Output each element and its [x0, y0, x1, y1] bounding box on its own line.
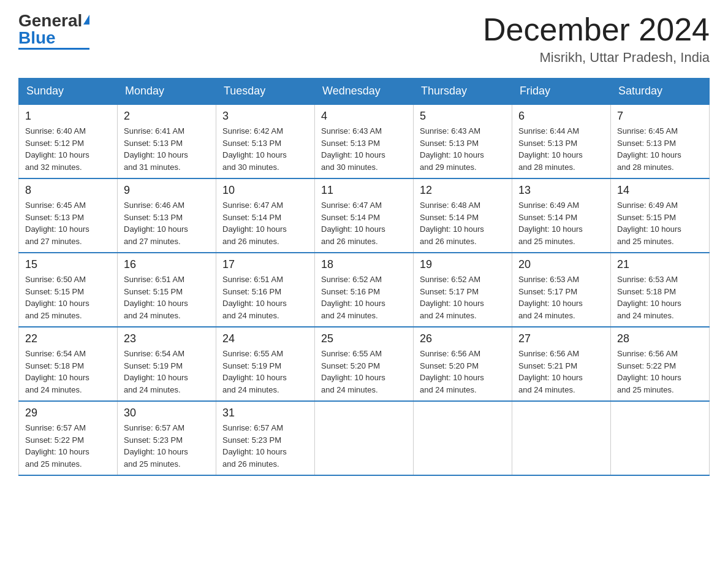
day-number: 3	[222, 110, 308, 123]
calendar-day-cell: 22 Sunrise: 6:54 AMSunset: 5:18 PMDaylig…	[19, 327, 118, 401]
calendar-day-cell: 9 Sunrise: 6:46 AMSunset: 5:13 PMDayligh…	[118, 178, 216, 253]
calendar-day-cell: 4 Sunrise: 6:43 AMSunset: 5:13 PMDayligh…	[315, 104, 414, 178]
day-number: 2	[124, 110, 210, 123]
calendar-day-cell: 12 Sunrise: 6:48 AMSunset: 5:14 PMDaylig…	[414, 178, 512, 253]
day-number: 28	[617, 332, 703, 345]
day-number: 30	[124, 407, 210, 419]
day-info: Sunrise: 6:56 AMSunset: 5:21 PMDaylight:…	[518, 349, 583, 394]
day-number: 25	[321, 332, 407, 345]
calendar-day-cell: 14 Sunrise: 6:49 AMSunset: 5:15 PMDaylig…	[611, 178, 710, 253]
day-number: 20	[518, 258, 604, 271]
day-info: Sunrise: 6:51 AMSunset: 5:16 PMDaylight:…	[222, 275, 287, 320]
day-number: 5	[420, 110, 506, 123]
logo-blue-text: Blue	[18, 28, 56, 47]
calendar-day-cell: 23 Sunrise: 6:54 AMSunset: 5:19 PMDaylig…	[118, 327, 216, 401]
calendar-day-cell: 27 Sunrise: 6:56 AMSunset: 5:21 PMDaylig…	[512, 327, 611, 401]
day-number: 21	[617, 258, 703, 271]
col-header-tuesday: Tuesday	[216, 79, 315, 105]
day-info: Sunrise: 6:48 AMSunset: 5:14 PMDaylight:…	[420, 201, 484, 246]
calendar-day-cell: 26 Sunrise: 6:56 AMSunset: 5:20 PMDaylig…	[414, 327, 512, 401]
calendar-day-cell: 5 Sunrise: 6:43 AMSunset: 5:13 PMDayligh…	[414, 104, 512, 178]
day-info: Sunrise: 6:55 AMSunset: 5:19 PMDaylight:…	[222, 349, 287, 394]
col-header-monday: Monday	[118, 79, 216, 105]
day-number: 10	[222, 184, 308, 197]
calendar-day-cell: 28 Sunrise: 6:56 AMSunset: 5:22 PMDaylig…	[611, 327, 710, 401]
day-info: Sunrise: 6:52 AMSunset: 5:16 PMDaylight:…	[321, 275, 385, 320]
calendar-day-cell: 6 Sunrise: 6:44 AMSunset: 5:13 PMDayligh…	[512, 104, 611, 178]
day-info: Sunrise: 6:51 AMSunset: 5:15 PMDaylight:…	[124, 275, 188, 320]
calendar-week-row: 8 Sunrise: 6:45 AMSunset: 5:13 PMDayligh…	[19, 178, 710, 253]
page-header: GeneralBlue December 2024 Misrikh, Uttar…	[18, 12, 710, 66]
calendar-week-row: 22 Sunrise: 6:54 AMSunset: 5:18 PMDaylig…	[19, 327, 710, 401]
col-header-saturday: Saturday	[611, 79, 710, 105]
calendar-day-cell: 30 Sunrise: 6:57 AMSunset: 5:23 PMDaylig…	[118, 401, 216, 475]
day-info: Sunrise: 6:57 AMSunset: 5:23 PMDaylight:…	[222, 423, 287, 469]
day-info: Sunrise: 6:56 AMSunset: 5:22 PMDaylight:…	[617, 349, 681, 394]
day-number: 24	[222, 332, 308, 345]
day-number: 22	[25, 332, 111, 345]
day-number: 31	[222, 407, 308, 419]
calendar-day-cell: 17 Sunrise: 6:51 AMSunset: 5:16 PMDaylig…	[216, 253, 315, 327]
page-title: December 2024	[483, 12, 710, 47]
page-subtitle: Misrikh, Uttar Pradesh, India	[483, 50, 710, 66]
logo: GeneralBlue	[18, 12, 89, 50]
calendar-day-cell: 29 Sunrise: 6:57 AMSunset: 5:22 PMDaylig…	[19, 401, 118, 475]
day-number: 29	[25, 407, 111, 419]
day-info: Sunrise: 6:57 AMSunset: 5:22 PMDaylight:…	[25, 423, 89, 469]
day-info: Sunrise: 6:44 AMSunset: 5:13 PMDaylight:…	[518, 126, 583, 172]
day-number: 14	[617, 184, 703, 197]
day-info: Sunrise: 6:57 AMSunset: 5:23 PMDaylight:…	[124, 423, 188, 469]
day-number: 18	[321, 258, 407, 271]
calendar-table: SundayMondayTuesdayWednesdayThursdayFrid…	[18, 78, 710, 476]
title-block: December 2024 Misrikh, Uttar Pradesh, In…	[483, 12, 710, 66]
day-number: 7	[617, 110, 703, 123]
empty-cell	[414, 401, 512, 475]
day-info: Sunrise: 6:49 AMSunset: 5:14 PMDaylight:…	[518, 201, 583, 246]
calendar-day-cell: 1 Sunrise: 6:40 AMSunset: 5:12 PMDayligh…	[19, 104, 118, 178]
empty-cell	[315, 401, 414, 475]
calendar-day-cell: 24 Sunrise: 6:55 AMSunset: 5:19 PMDaylig…	[216, 327, 315, 401]
day-number: 19	[420, 258, 506, 271]
col-header-wednesday: Wednesday	[315, 79, 414, 105]
calendar-day-cell: 25 Sunrise: 6:55 AMSunset: 5:20 PMDaylig…	[315, 327, 414, 401]
day-info: Sunrise: 6:49 AMSunset: 5:15 PMDaylight:…	[617, 201, 681, 246]
calendar-day-cell: 15 Sunrise: 6:50 AMSunset: 5:15 PMDaylig…	[19, 253, 118, 327]
calendar-day-cell: 21 Sunrise: 6:53 AMSunset: 5:18 PMDaylig…	[611, 253, 710, 327]
day-info: Sunrise: 6:53 AMSunset: 5:18 PMDaylight:…	[617, 275, 681, 320]
calendar-day-cell: 2 Sunrise: 6:41 AMSunset: 5:13 PMDayligh…	[118, 104, 216, 178]
calendar-week-row: 1 Sunrise: 6:40 AMSunset: 5:12 PMDayligh…	[19, 104, 710, 178]
day-info: Sunrise: 6:41 AMSunset: 5:13 PMDaylight:…	[124, 126, 188, 172]
calendar-day-cell: 7 Sunrise: 6:45 AMSunset: 5:13 PMDayligh…	[611, 104, 710, 178]
day-info: Sunrise: 6:45 AMSunset: 5:13 PMDaylight:…	[617, 126, 681, 172]
day-number: 1	[25, 110, 111, 123]
day-number: 11	[321, 184, 407, 197]
calendar-day-cell: 16 Sunrise: 6:51 AMSunset: 5:15 PMDaylig…	[118, 253, 216, 327]
calendar-day-cell: 31 Sunrise: 6:57 AMSunset: 5:23 PMDaylig…	[216, 401, 315, 475]
calendar-day-cell: 3 Sunrise: 6:42 AMSunset: 5:13 PMDayligh…	[216, 104, 315, 178]
day-info: Sunrise: 6:45 AMSunset: 5:13 PMDaylight:…	[25, 201, 89, 246]
day-number: 13	[518, 184, 604, 197]
day-number: 9	[124, 184, 210, 197]
day-number: 15	[25, 258, 111, 271]
empty-cell	[512, 401, 611, 475]
calendar-day-cell: 20 Sunrise: 6:53 AMSunset: 5:17 PMDaylig…	[512, 253, 611, 327]
day-info: Sunrise: 6:52 AMSunset: 5:17 PMDaylight:…	[420, 275, 484, 320]
day-info: Sunrise: 6:43 AMSunset: 5:13 PMDaylight:…	[420, 126, 484, 172]
day-info: Sunrise: 6:54 AMSunset: 5:19 PMDaylight:…	[124, 349, 188, 394]
day-info: Sunrise: 6:54 AMSunset: 5:18 PMDaylight:…	[25, 349, 89, 394]
day-info: Sunrise: 6:47 AMSunset: 5:14 PMDaylight:…	[321, 201, 385, 246]
day-info: Sunrise: 6:47 AMSunset: 5:14 PMDaylight:…	[222, 201, 287, 246]
calendar-week-row: 15 Sunrise: 6:50 AMSunset: 5:15 PMDaylig…	[19, 253, 710, 327]
day-number: 23	[124, 332, 210, 345]
logo-triangle-icon	[83, 15, 89, 25]
calendar-day-cell: 19 Sunrise: 6:52 AMSunset: 5:17 PMDaylig…	[414, 253, 512, 327]
col-header-friday: Friday	[512, 79, 611, 105]
calendar-day-cell: 18 Sunrise: 6:52 AMSunset: 5:16 PMDaylig…	[315, 253, 414, 327]
day-info: Sunrise: 6:50 AMSunset: 5:15 PMDaylight:…	[25, 275, 89, 320]
day-number: 8	[25, 184, 111, 197]
day-info: Sunrise: 6:42 AMSunset: 5:13 PMDaylight:…	[222, 126, 287, 172]
day-info: Sunrise: 6:56 AMSunset: 5:20 PMDaylight:…	[420, 349, 484, 394]
calendar-week-row: 29 Sunrise: 6:57 AMSunset: 5:22 PMDaylig…	[19, 401, 710, 475]
day-number: 4	[321, 110, 407, 123]
calendar-day-cell: 13 Sunrise: 6:49 AMSunset: 5:14 PMDaylig…	[512, 178, 611, 253]
